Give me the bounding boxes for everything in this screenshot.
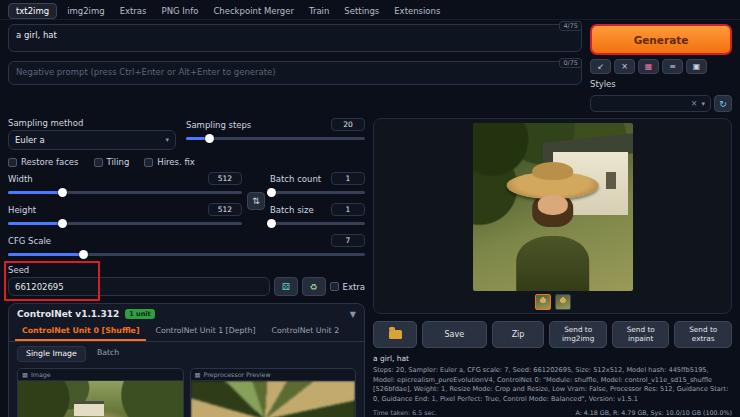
send-to-extras-button[interactable]: Send to extras xyxy=(674,321,732,348)
clear-prompt-button[interactable]: × xyxy=(614,59,635,74)
feature-checkboxes: Restore faces Tiling Hires. fix xyxy=(8,157,365,167)
restore-faces-checkbox[interactable]: Restore faces xyxy=(8,157,79,167)
save-style-button[interactable]: ▣ xyxy=(686,59,707,74)
styles-dropdown[interactable]: × ▾ xyxy=(590,95,711,112)
controlnet-panel: ControlNet v1.1.312 1 unit ▼ ControlNet … xyxy=(8,303,365,417)
gallery-thumbnail-2[interactable] xyxy=(555,294,571,310)
batch-count-slider[interactable] xyxy=(270,187,365,198)
controlnet-unit-1-tab[interactable]: ControlNet Unit 1 [Depth] xyxy=(148,323,262,341)
save-button[interactable]: Save xyxy=(422,321,487,348)
app-tab-bar: txt2img img2img Extras PNG Info Checkpoi… xyxy=(0,0,740,20)
generate-button[interactable]: Generate xyxy=(590,24,732,55)
gallery-thumbnails xyxy=(535,294,571,310)
save-style-icon: ▣ xyxy=(693,62,701,71)
cfg-scale-value[interactable]: 7 xyxy=(331,234,365,247)
recycle-icon: ♻ xyxy=(310,282,318,292)
controlnet-title: ControlNet v1.1.312 xyxy=(17,309,119,319)
quick-buttons-row: ↙ × ▦ ≡ ▣ xyxy=(590,59,732,74)
controlnet-accordion-header[interactable]: ControlNet v1.1.312 1 unit ▼ xyxy=(9,304,364,323)
tiling-label: Tiling xyxy=(107,157,130,167)
negative-prompt-input[interactable] xyxy=(8,61,582,85)
negative-prompt-field: 0/75 xyxy=(8,61,582,87)
girl-body-art xyxy=(516,236,590,291)
checkbox-icon xyxy=(144,158,153,167)
chevron-down-icon: ▾ xyxy=(701,100,705,108)
width-label: Width xyxy=(8,174,33,184)
send-to-img2img-button[interactable]: Send to img2img xyxy=(549,321,607,348)
tab-settings[interactable]: Settings xyxy=(339,4,384,18)
apply-style-button[interactable]: ≡ xyxy=(662,59,683,74)
girl-hat-crown-art xyxy=(532,162,574,180)
height-slider[interactable] xyxy=(8,218,242,229)
generated-image[interactable] xyxy=(473,123,633,291)
sampling-steps-slider[interactable] xyxy=(186,133,365,144)
controlnet-input-tabs: Single Image Batch xyxy=(9,342,364,362)
controlnet-unit-0-tab[interactable]: ControlNet Unit 0 [Shuffle] xyxy=(15,323,146,341)
shuffle-preview-art xyxy=(191,381,356,417)
controlnet-image-label: Image xyxy=(31,371,51,378)
clear-styles-icon[interactable]: × xyxy=(691,99,698,108)
prompt-field: 4/75 a girl, hat xyxy=(8,24,582,54)
prompt-input[interactable]: a girl, hat xyxy=(8,24,582,52)
folder-icon xyxy=(389,330,402,339)
styles-label: Styles xyxy=(590,79,732,89)
paste-params-button[interactable]: ↙ xyxy=(590,59,611,74)
restore-faces-label: Restore faces xyxy=(21,157,79,167)
checkbox-icon xyxy=(330,282,339,291)
batch-tab[interactable]: Batch xyxy=(89,346,127,362)
controlnet-source-image[interactable] xyxy=(18,381,183,417)
prompt-token-counter: 4/75 xyxy=(559,21,582,31)
controlnet-unit-tabs: ControlNet Unit 0 [Shuffle] ControlNet U… xyxy=(9,323,364,342)
zip-button[interactable]: Zip xyxy=(492,321,545,348)
open-folder-button[interactable] xyxy=(373,321,417,348)
tab-extensions[interactable]: Extensions xyxy=(389,4,445,18)
gallery-thumbnail-1[interactable] xyxy=(535,294,551,310)
sampling-steps-value[interactable]: 20 xyxy=(331,118,365,131)
sampling-method-dropdown[interactable]: Euler a ▾ xyxy=(8,130,176,150)
top-row: 4/75 a girl, hat 0/75 Generate ↙ × ▦ ≡ ▣… xyxy=(0,20,740,116)
cfg-scale-slider[interactable] xyxy=(8,249,365,260)
checkbox-icon xyxy=(94,158,103,167)
tab-img2img[interactable]: img2img xyxy=(62,4,109,18)
action-column: Generate ↙ × ▦ ≡ ▣ Styles × ▾ ↻ xyxy=(590,24,732,112)
batch-size-value[interactable]: 1 xyxy=(331,203,365,216)
image-panel-icon: ▦ xyxy=(22,371,28,378)
random-seed-button[interactable]: ⚄ xyxy=(274,277,298,296)
info-params-text: Steps: 20, Sampler: Euler a, CFG scale: … xyxy=(373,366,732,404)
image-panel-icon: ▦ xyxy=(195,371,201,378)
swap-dimensions-button[interactable]: ⇅ xyxy=(247,192,265,210)
tab-txt2img[interactable]: txt2img xyxy=(8,3,57,19)
accordion-arrow-icon: ▼ xyxy=(350,310,356,319)
tiling-checkbox[interactable]: Tiling xyxy=(94,157,130,167)
cfg-scale-label: CFG Scale xyxy=(8,236,51,246)
batch-count-value[interactable]: 1 xyxy=(331,172,365,185)
send-to-inpaint-button[interactable]: Send to inpaint xyxy=(612,321,670,348)
results-column: Save Zip Send to img2img Send to inpaint… xyxy=(373,118,732,417)
refresh-styles-button[interactable]: ↻ xyxy=(714,95,732,112)
height-label: Height xyxy=(8,205,36,215)
main-content: Sampling method Euler a ▾ Sampling steps… xyxy=(0,116,740,417)
refresh-icon: ↻ xyxy=(719,99,727,109)
preprocessor-preview-label: Preprocessor Preview xyxy=(203,371,270,378)
tab-extras[interactable]: Extras xyxy=(115,4,152,18)
width-value[interactable]: 512 xyxy=(208,172,242,185)
batch-size-slider[interactable] xyxy=(270,218,365,229)
prompt-column: 4/75 a girl, hat 0/75 xyxy=(8,24,582,112)
settings-column: Sampling method Euler a ▾ Sampling steps… xyxy=(8,118,365,417)
tab-checkpoint-merger[interactable]: Checkpoint Merger xyxy=(208,4,299,18)
tab-png-info[interactable]: PNG Info xyxy=(157,4,204,18)
preprocessor-preview-image[interactable]: Close xyxy=(191,381,356,417)
seed-input[interactable] xyxy=(8,277,270,296)
swap-icon: ⇅ xyxy=(252,196,260,206)
extra-networks-button[interactable]: ▦ xyxy=(638,59,659,74)
height-value[interactable]: 512 xyxy=(208,203,242,216)
extra-seed-checkbox[interactable]: Extra xyxy=(330,282,365,292)
width-slider[interactable] xyxy=(8,187,242,198)
tab-train[interactable]: Train xyxy=(304,4,334,18)
extra-networks-icon: ▦ xyxy=(645,62,653,71)
controlnet-unit-2-tab[interactable]: ControlNet Unit 2 xyxy=(264,323,346,341)
reuse-seed-button[interactable]: ♻ xyxy=(302,277,326,296)
hires-fix-checkbox[interactable]: Hires. fix xyxy=(144,157,195,167)
batch-count-label: Batch count xyxy=(270,174,321,184)
single-image-tab[interactable]: Single Image xyxy=(17,346,86,362)
